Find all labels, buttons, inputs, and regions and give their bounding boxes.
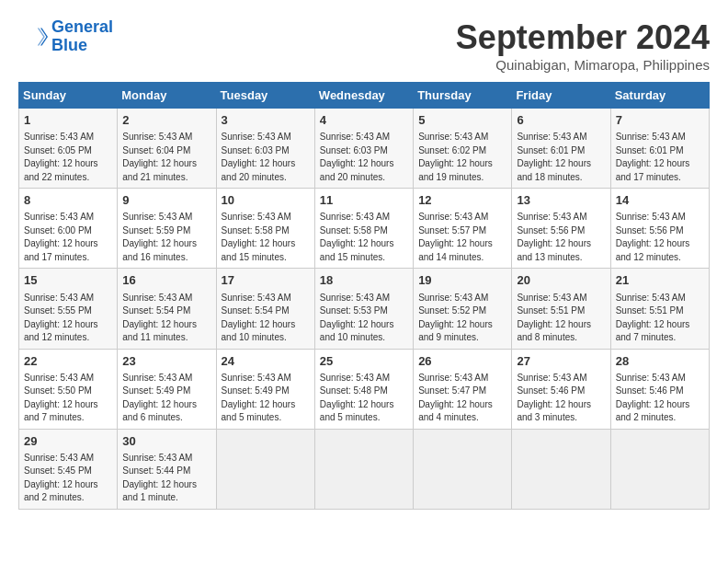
- day-number: 23: [122, 353, 210, 370]
- day-info: Sunrise: 5:43 AMSunset: 5:44 PMDaylight:…: [122, 452, 210, 505]
- day-number: 10: [222, 192, 310, 209]
- calendar-cell: 1Sunrise: 5:43 AMSunset: 6:05 PMDaylight…: [19, 109, 118, 189]
- day-info: Sunrise: 5:43 AMSunset: 5:51 PMDaylight:…: [517, 292, 605, 345]
- calendar-cell: 29Sunrise: 5:43 AMSunset: 5:45 PMDayligh…: [19, 429, 118, 509]
- day-number: 17: [222, 272, 310, 289]
- calendar-cell: 18Sunrise: 5:43 AMSunset: 5:53 PMDayligh…: [314, 269, 413, 349]
- day-number: 20: [517, 272, 605, 289]
- calendar-cell: 24Sunrise: 5:43 AMSunset: 5:49 PMDayligh…: [216, 349, 314, 429]
- day-info: Sunrise: 5:43 AMSunset: 5:55 PMDaylight:…: [24, 292, 112, 345]
- day-info: Sunrise: 5:43 AMSunset: 5:52 PMDaylight:…: [418, 292, 506, 345]
- day-number: 15: [24, 272, 112, 289]
- day-info: Sunrise: 5:43 AMSunset: 6:04 PMDaylight:…: [122, 131, 210, 184]
- day-info: Sunrise: 5:43 AMSunset: 6:03 PMDaylight:…: [222, 131, 310, 184]
- calendar-cell: [610, 429, 709, 509]
- calendar-week-5: 29Sunrise: 5:43 AMSunset: 5:45 PMDayligh…: [19, 429, 710, 509]
- weekday-header-sunday: Sunday: [19, 83, 118, 109]
- title-block: September 2024 Quinabigan, Mimaropa, Phi…: [456, 18, 710, 73]
- day-info: Sunrise: 5:43 AMSunset: 6:01 PMDaylight:…: [517, 131, 605, 184]
- day-number: 6: [517, 112, 605, 129]
- day-number: 16: [122, 272, 210, 289]
- day-info: Sunrise: 5:43 AMSunset: 6:05 PMDaylight:…: [24, 131, 112, 184]
- weekday-header-monday: Monday: [118, 83, 216, 109]
- calendar-week-1: 1Sunrise: 5:43 AMSunset: 6:05 PMDaylight…: [19, 109, 710, 189]
- calendar-cell: [512, 429, 610, 509]
- day-number: 2: [122, 112, 210, 129]
- day-info: Sunrise: 5:43 AMSunset: 5:56 PMDaylight:…: [616, 211, 704, 264]
- day-info: Sunrise: 5:43 AMSunset: 6:02 PMDaylight:…: [418, 131, 506, 184]
- page-header: General Blue September 2024 Quinabigan, …: [18, 18, 710, 73]
- day-number: 22: [24, 353, 112, 370]
- day-number: 28: [616, 353, 704, 370]
- day-info: Sunrise: 5:43 AMSunset: 5:59 PMDaylight:…: [122, 211, 210, 264]
- calendar-cell: 23Sunrise: 5:43 AMSunset: 5:49 PMDayligh…: [118, 349, 216, 429]
- day-info: Sunrise: 5:43 AMSunset: 6:01 PMDaylight:…: [616, 131, 704, 184]
- calendar-cell: 17Sunrise: 5:43 AMSunset: 5:54 PMDayligh…: [216, 269, 314, 349]
- day-number: 1: [24, 112, 112, 129]
- month-title: September 2024: [456, 18, 710, 57]
- day-number: 25: [320, 353, 408, 370]
- logo-text: General Blue: [51, 18, 113, 55]
- calendar-cell: 30Sunrise: 5:43 AMSunset: 5:44 PMDayligh…: [118, 429, 216, 509]
- day-number: 18: [320, 272, 408, 289]
- calendar-cell: [314, 429, 413, 509]
- day-number: 19: [418, 272, 506, 289]
- day-info: Sunrise: 5:43 AMSunset: 5:49 PMDaylight:…: [122, 372, 210, 425]
- weekday-header-tuesday: Tuesday: [216, 83, 314, 109]
- day-info: Sunrise: 5:43 AMSunset: 5:46 PMDaylight:…: [517, 372, 605, 425]
- calendar-cell: 10Sunrise: 5:43 AMSunset: 5:58 PMDayligh…: [216, 189, 314, 269]
- calendar-cell: 3Sunrise: 5:43 AMSunset: 6:03 PMDaylight…: [216, 109, 314, 189]
- day-number: 29: [24, 433, 112, 450]
- day-info: Sunrise: 5:43 AMSunset: 5:49 PMDaylight:…: [222, 372, 310, 425]
- day-number: 24: [222, 353, 310, 370]
- calendar-cell: 15Sunrise: 5:43 AMSunset: 5:55 PMDayligh…: [19, 269, 118, 349]
- day-info: Sunrise: 5:43 AMSunset: 5:51 PMDaylight:…: [616, 292, 704, 345]
- calendar-cell: 27Sunrise: 5:43 AMSunset: 5:46 PMDayligh…: [512, 349, 610, 429]
- day-info: Sunrise: 5:43 AMSunset: 5:54 PMDaylight:…: [122, 292, 210, 345]
- calendar-cell: [216, 429, 314, 509]
- calendar-cell: 11Sunrise: 5:43 AMSunset: 5:58 PMDayligh…: [314, 189, 413, 269]
- calendar-cell: 22Sunrise: 5:43 AMSunset: 5:50 PMDayligh…: [19, 349, 118, 429]
- logo: General Blue: [18, 18, 113, 55]
- calendar-cell: 5Sunrise: 5:43 AMSunset: 6:02 PMDaylight…: [414, 109, 512, 189]
- calendar-week-3: 15Sunrise: 5:43 AMSunset: 5:55 PMDayligh…: [19, 269, 710, 349]
- svg-marker-1: [38, 28, 45, 45]
- calendar-cell: 9Sunrise: 5:43 AMSunset: 5:59 PMDaylight…: [118, 189, 216, 269]
- day-info: Sunrise: 5:43 AMSunset: 5:58 PMDaylight:…: [222, 211, 310, 264]
- calendar-cell: 6Sunrise: 5:43 AMSunset: 6:01 PMDaylight…: [512, 109, 610, 189]
- calendar-cell: 19Sunrise: 5:43 AMSunset: 5:52 PMDayligh…: [414, 269, 512, 349]
- day-info: Sunrise: 5:43 AMSunset: 6:00 PMDaylight:…: [24, 211, 112, 264]
- day-number: 9: [122, 192, 210, 209]
- calendar-cell: 13Sunrise: 5:43 AMSunset: 5:56 PMDayligh…: [512, 189, 610, 269]
- calendar-cell: 8Sunrise: 5:43 AMSunset: 6:00 PMDaylight…: [19, 189, 118, 269]
- day-info: Sunrise: 5:43 AMSunset: 5:53 PMDaylight:…: [320, 292, 408, 345]
- calendar-cell: 14Sunrise: 5:43 AMSunset: 5:56 PMDayligh…: [610, 189, 709, 269]
- calendar-week-2: 8Sunrise: 5:43 AMSunset: 6:00 PMDaylight…: [19, 189, 710, 269]
- day-number: 26: [418, 353, 506, 370]
- day-info: Sunrise: 5:43 AMSunset: 5:45 PMDaylight:…: [24, 452, 112, 505]
- calendar-cell: 12Sunrise: 5:43 AMSunset: 5:57 PMDayligh…: [414, 189, 512, 269]
- day-number: 21: [616, 272, 704, 289]
- calendar-cell: 28Sunrise: 5:43 AMSunset: 5:46 PMDayligh…: [610, 349, 709, 429]
- day-number: 13: [517, 192, 605, 209]
- day-number: 4: [320, 112, 408, 129]
- day-number: 7: [616, 112, 704, 129]
- day-number: 27: [517, 353, 605, 370]
- calendar-cell: 21Sunrise: 5:43 AMSunset: 5:51 PMDayligh…: [610, 269, 709, 349]
- calendar-table: SundayMondayTuesdayWednesdayThursdayFrid…: [18, 82, 710, 510]
- day-info: Sunrise: 5:43 AMSunset: 5:54 PMDaylight:…: [222, 292, 310, 345]
- day-number: 5: [418, 112, 506, 129]
- day-info: Sunrise: 5:43 AMSunset: 5:57 PMDaylight:…: [418, 211, 506, 264]
- day-number: 11: [320, 192, 408, 209]
- calendar-cell: [414, 429, 512, 509]
- day-info: Sunrise: 5:43 AMSunset: 5:50 PMDaylight:…: [24, 372, 112, 425]
- logo-icon: [18, 22, 48, 52]
- calendar-cell: 7Sunrise: 5:43 AMSunset: 6:01 PMDaylight…: [610, 109, 709, 189]
- day-info: Sunrise: 5:43 AMSunset: 5:48 PMDaylight:…: [320, 372, 408, 425]
- day-number: 3: [222, 112, 310, 129]
- day-number: 30: [122, 433, 210, 450]
- weekday-header-wednesday: Wednesday: [314, 83, 413, 109]
- calendar-week-4: 22Sunrise: 5:43 AMSunset: 5:50 PMDayligh…: [19, 349, 710, 429]
- day-number: 12: [418, 192, 506, 209]
- day-info: Sunrise: 5:43 AMSunset: 6:03 PMDaylight:…: [320, 131, 408, 184]
